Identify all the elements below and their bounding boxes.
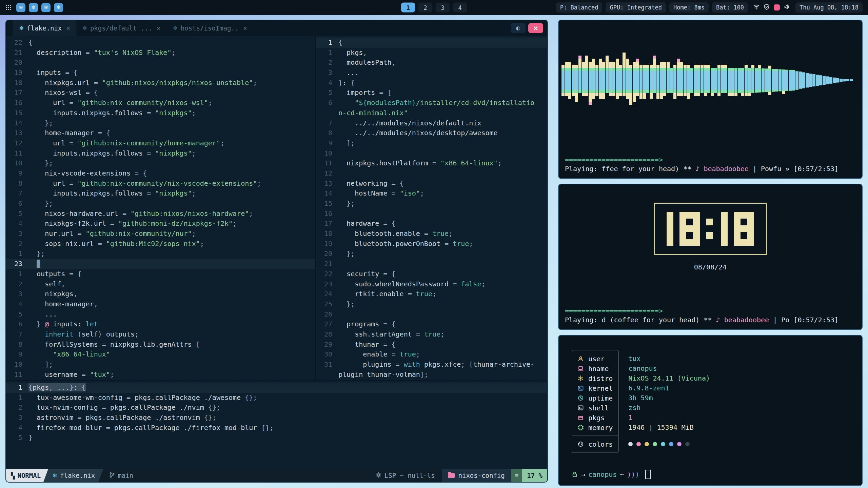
token: @ xyxy=(45,320,49,328)
prompt-chevrons: ))) xyxy=(627,470,639,479)
color-swatch-icon[interactable] xyxy=(774,4,780,11)
token: let xyxy=(86,320,98,328)
line-number: 21 xyxy=(6,48,28,58)
gpu-indicator[interactable]: GPU: Integrated xyxy=(606,2,666,13)
token: = xyxy=(383,320,387,328)
tab-label: flake.nix xyxy=(27,24,62,32)
taskbar-apps: ❄❄❄❄ xyxy=(16,3,63,12)
token: ; xyxy=(351,139,355,147)
code-text: }; xyxy=(338,299,355,309)
code-pane-iso[interactable]: 1{1 pkgs,2 modulesPath,3 ...4}: {5 impor… xyxy=(315,36,547,380)
fetch-value: 1946 | 15394 MiB xyxy=(628,423,710,432)
nix-app-icon[interactable]: ❄ xyxy=(16,3,25,12)
window-close-button[interactable]: × xyxy=(528,23,543,33)
token: = xyxy=(445,240,449,248)
tab-close-icon[interactable]: × xyxy=(157,24,160,32)
power-profile-indicator[interactable]: P: Balanced xyxy=(556,2,603,13)
code-line: 12 url = "github:nix-community/home-mana… xyxy=(6,138,315,148)
palette-dot xyxy=(645,442,649,446)
line-number: 28 xyxy=(316,329,338,340)
speaker-icon[interactable] xyxy=(784,4,790,11)
line-number: 12 xyxy=(6,138,28,148)
code-line: 18 nixpkgs.url = "github:nixos/nixpkgs/n… xyxy=(6,78,315,88)
token: ; xyxy=(49,119,53,127)
nix-snowflake-icon: ❄ xyxy=(52,472,57,479)
code-pane-flake[interactable]: 22{21 description = "tux's NixOS Flake";… xyxy=(6,36,315,380)
token: ] xyxy=(347,139,351,147)
token: = xyxy=(147,149,151,157)
clock-indicator[interactable]: Thu Aug 08, 18:18 xyxy=(795,2,863,13)
token: = xyxy=(392,179,396,187)
line-number: 5 xyxy=(316,88,338,98)
fetch-row: hname xyxy=(572,364,618,373)
code-line: 22{ xyxy=(6,38,315,48)
workspace-tag-4[interactable]: 4 xyxy=(453,3,467,13)
token: = xyxy=(147,189,151,197)
code-line: 29 thunar = { xyxy=(316,340,547,350)
string-token: "tux" xyxy=(90,370,110,379)
terminal-prompt[interactable]: →canopus~))) xyxy=(572,470,862,485)
code-pane-pkgs[interactable]: 1{pkgs, ...}: {1 tux-awesome-wm-config =… xyxy=(6,380,547,469)
clock-widget: 08/08/24 =======================> Playin… xyxy=(558,184,863,330)
app-launcher-icon[interactable] xyxy=(5,4,12,11)
token: = xyxy=(78,229,82,238)
token: ] xyxy=(45,360,49,368)
code-text: }; xyxy=(28,158,53,168)
token: with xyxy=(404,360,420,368)
code-line: 8 forAllSystems = nixpkgs.lib.genAttrs [ xyxy=(6,340,315,350)
code-line: 14 }; xyxy=(6,118,315,128)
code-line: 26 xyxy=(316,309,547,320)
string-token: "iso" xyxy=(400,189,420,197)
editor-tab[interactable]: ❄pkgs/default ...× xyxy=(76,20,167,36)
token: = xyxy=(86,48,90,57)
editor-tab[interactable]: ❄flake.nix× xyxy=(13,20,76,36)
workspace-tag-3[interactable]: 3 xyxy=(436,3,450,13)
code-line: 1 tux-awesome-wm-config = pkgs.callPacka… xyxy=(6,393,547,403)
token: = xyxy=(453,280,457,288)
nix-app-icon[interactable]: ❄ xyxy=(54,3,63,12)
network-latency-indicator[interactable]: Home: 8ms xyxy=(669,2,709,13)
code-line: 4}: { xyxy=(316,78,547,88)
token: = xyxy=(424,229,428,238)
workspace-tag-2[interactable]: 2 xyxy=(418,3,432,13)
code-line: 4 firefox-mod-blur = pkgs.callPackage ./… xyxy=(6,423,547,433)
code-text: description = "tux's NixOS Flake"; xyxy=(28,48,176,58)
fetch-row: distro xyxy=(572,373,618,383)
line-number: 1 xyxy=(6,383,28,393)
string-token: "github:moni-dz/nixpkgs-f2k" xyxy=(118,219,233,227)
line-number: 7 xyxy=(316,118,338,128)
tab-close-icon[interactable]: × xyxy=(66,24,70,32)
code-line: 23 xyxy=(6,259,315,269)
fetch-value: 1 xyxy=(628,413,710,423)
wifi-icon[interactable] xyxy=(753,4,760,11)
shield-icon[interactable] xyxy=(764,4,770,11)
string-token: "github:nixos/nixos-hardware" xyxy=(131,209,249,218)
battery-indicator[interactable]: Bat: 100 xyxy=(712,2,748,13)
tab-close-icon[interactable]: × xyxy=(243,24,247,32)
workspace-tag-1[interactable]: 1 xyxy=(401,3,415,13)
code-text: firefox-mod-blur = pkgs.callPackage ./fi… xyxy=(28,423,274,433)
code-text: }; xyxy=(28,199,53,209)
code-line: 22 security = { xyxy=(316,269,547,279)
token: ; xyxy=(253,393,257,402)
prompt-host: canopus xyxy=(588,470,617,479)
code-text: inputs.nixpkgs.follows = "nixpkgs"; xyxy=(28,188,196,199)
editor-tab[interactable]: ❄hosts/isoImag..× xyxy=(166,20,253,36)
line-number: 3 xyxy=(6,229,28,239)
string-token: "tux's NixOS Flake" xyxy=(94,48,172,57)
line-number: 18 xyxy=(6,78,28,88)
line-number: 22 xyxy=(6,38,28,48)
code-text: url = "github:nix-community/nixos-wsl"; xyxy=(28,98,212,108)
user-icon xyxy=(578,356,584,362)
clock-digit xyxy=(679,212,700,246)
nix-app-icon[interactable]: ❄ xyxy=(29,3,38,12)
window-toggle-button[interactable]: ◐ xyxy=(511,23,526,33)
nix-app-icon[interactable]: ❄ xyxy=(41,3,51,12)
code-line: 31 plugins = with pkgs.xfce; [thunar-arc… xyxy=(316,360,547,370)
terminal-icon xyxy=(578,385,584,391)
fetch-value: 6.9.8-zen1 xyxy=(628,383,710,393)
code-text: bluetooth.powerOnBoot = true; xyxy=(338,239,473,249)
fetch-label: uptime xyxy=(588,394,613,402)
string-token: "x86_64-linux" xyxy=(53,350,110,358)
token: , xyxy=(392,58,396,66)
